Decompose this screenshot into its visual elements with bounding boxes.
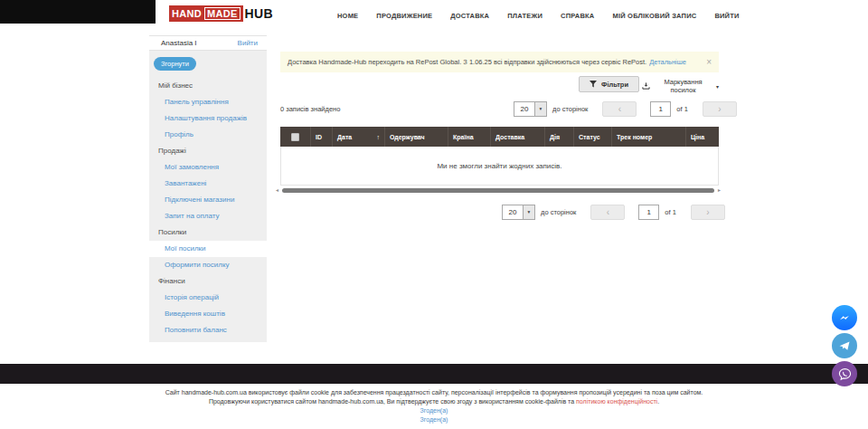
sidebar-item-payment-request[interactable]: Запит на оплату bbox=[149, 208, 267, 224]
sidebar-item-top-up-balance[interactable]: Поповнити баланс bbox=[149, 322, 267, 338]
records-count: 0 записів знайдено bbox=[280, 105, 340, 113]
table-header-cell-price[interactable]: Ціна bbox=[686, 127, 719, 147]
user-row: Anastasia I Вийти bbox=[149, 35, 267, 51]
filters-label: Фільтри bbox=[601, 81, 628, 89]
nav-home[interactable]: HOME bbox=[337, 12, 358, 20]
scroll-left-icon[interactable]: ◄ bbox=[275, 188, 279, 193]
cookie-agree-link-2[interactable]: Згоден(а) bbox=[0, 415, 868, 424]
nav-delivery[interactable]: ДОСТАВКА bbox=[450, 12, 489, 20]
chat-widgets bbox=[832, 305, 857, 386]
sidebar-item-withdraw-funds[interactable]: Виведення коштів bbox=[149, 306, 267, 322]
next-page-button[interactable]: › bbox=[691, 205, 725, 220]
table-header-cell-recipient[interactable]: Одержувач bbox=[385, 127, 448, 147]
footer-black-bar bbox=[0, 364, 868, 384]
page-size-value: 20 bbox=[503, 205, 523, 219]
parcels-toolbar: Фільтри Маркування посилок ▾ bbox=[280, 76, 719, 93]
next-page-button[interactable]: › bbox=[703, 101, 737, 117]
sidebar-item-sales-settings[interactable]: Налаштування продажів bbox=[149, 110, 267, 127]
table-header-cell-action[interactable]: Дія bbox=[545, 127, 574, 147]
nav-payments[interactable]: ПЛАТЕЖИ bbox=[507, 12, 542, 20]
sidebar-section-finances: Фінанси bbox=[149, 273, 267, 290]
cookie-notice-line2-period: . bbox=[657, 398, 659, 405]
date-column-label: Дата bbox=[337, 134, 352, 140]
sidebar-item-dashboard[interactable]: Панель управління bbox=[149, 94, 267, 110]
parcel-marking-button[interactable]: Маркування посилок ▾ bbox=[642, 78, 719, 94]
parcel-marking-label: Маркування посилок bbox=[654, 78, 712, 94]
parcels-table: ID Дата ↑ Одержувач Країна Доставка Дія … bbox=[280, 127, 719, 186]
table-header-cell-id[interactable]: ID bbox=[311, 127, 333, 147]
banner-close-icon[interactable]: × bbox=[706, 58, 712, 67]
cookie-notice-line2: Продовжуючи користуватися сайтом handmad… bbox=[0, 397, 868, 406]
cookie-notice-line2-text: Продовжуючи користуватися сайтом handmad… bbox=[209, 398, 576, 405]
chevron-down-icon: ▾ bbox=[716, 83, 719, 90]
user-name: Anastasia I bbox=[161, 39, 197, 47]
page-size-select[interactable]: 20 ▾ bbox=[514, 101, 547, 117]
banner-text: Доставка Handmade-Hub переходить на RePo… bbox=[288, 58, 646, 66]
handmade-hub-logo[interactable]: HANDMADE HUB bbox=[169, 5, 273, 22]
sidebar-item-my-parcels[interactable]: Мої посилки bbox=[149, 241, 267, 257]
page-size-select[interactable]: 20 ▾ bbox=[502, 205, 535, 220]
main-nav: HOME ПРОДВИЖЕНИЕ ДОСТАВКА ПЛАТЕЖИ СПРАВК… bbox=[337, 0, 740, 31]
logo-text-hand: HAND bbox=[172, 8, 202, 19]
pagination-bottom: 20 ▾ до сторінок ‹ of 1 › bbox=[502, 204, 725, 220]
cookie-agree-link-1[interactable]: Згоден(а) bbox=[0, 406, 868, 415]
filters-button[interactable]: Фільтри bbox=[579, 76, 639, 92]
telegram-icon[interactable] bbox=[832, 333, 857, 358]
top-left-black-region bbox=[0, 0, 156, 24]
messenger-icon[interactable] bbox=[832, 305, 857, 330]
page-of-label: of 1 bbox=[665, 208, 676, 216]
scrollbar-thumb[interactable] bbox=[282, 188, 714, 193]
table-header-row: ID Дата ↑ Одержувач Країна Доставка Дія … bbox=[280, 127, 719, 147]
logo-red-box: HANDMADE bbox=[169, 5, 243, 22]
table-header-cell-track-number[interactable]: Трек номер bbox=[612, 127, 686, 147]
sidebar-item-connected-shops[interactable]: Підключені магазини bbox=[149, 192, 267, 208]
nav-help[interactable]: СПРАВКА bbox=[561, 12, 594, 20]
repost-notification-banner: Доставка Handmade-Hub переходить на RePo… bbox=[280, 52, 719, 72]
table-header-cell-country[interactable]: Країна bbox=[448, 127, 491, 147]
chevron-down-icon: ▾ bbox=[523, 205, 534, 219]
sidebar-item-create-parcel[interactable]: Оформити посилку bbox=[149, 257, 267, 273]
sidebar-section-my-business: Мій бізнес bbox=[149, 78, 267, 94]
sidebar: Згорнути Мій бізнес Панель управління На… bbox=[149, 51, 267, 342]
pagination-top: 20 ▾ до сторінок ‹ of 1 › bbox=[514, 100, 737, 117]
nav-logout[interactable]: ВИЙТИ bbox=[714, 12, 739, 20]
table-header-cell-checkbox bbox=[280, 127, 311, 147]
cookie-notice-line1: Сайт handmade-hub.com.ua використовує фа… bbox=[0, 388, 868, 397]
per-page-label: до сторінок bbox=[541, 208, 576, 216]
sidebar-item-my-orders[interactable]: Мої замовлення bbox=[149, 159, 267, 176]
scroll-right-icon[interactable]: ► bbox=[717, 188, 722, 193]
nav-my-account[interactable]: МІЙ ОБЛІКОВИЙ ЗАПИС bbox=[613, 12, 697, 20]
table-empty-state: Ми не змогли знайти жодних записів. bbox=[280, 147, 719, 186]
sort-asc-icon[interactable]: ↑ bbox=[377, 134, 381, 140]
filter-funnel-icon bbox=[590, 81, 597, 88]
page-number-input[interactable] bbox=[650, 101, 671, 117]
sidebar-logout-link[interactable]: Вийти bbox=[238, 39, 258, 47]
table-header-cell-date[interactable]: Дата ↑ bbox=[333, 127, 385, 147]
prev-page-button[interactable]: ‹ bbox=[590, 205, 625, 220]
table-header-cell-status[interactable]: Статус bbox=[574, 127, 612, 147]
privacy-policy-link[interactable]: політикою конфіденційності bbox=[576, 398, 657, 405]
page-size-value: 20 bbox=[514, 102, 534, 116]
nav-promotion[interactable]: ПРОДВИЖЕНИЕ bbox=[376, 12, 432, 20]
sidebar-item-profile[interactable]: Профіль bbox=[149, 127, 267, 143]
download-tray-icon bbox=[642, 81, 650, 91]
viber-icon[interactable] bbox=[832, 361, 857, 386]
footer: Сайт handmade-hub.com.ua використовує фа… bbox=[0, 384, 868, 424]
collapse-sidebar-button[interactable]: Згорнути bbox=[154, 57, 196, 71]
sidebar-item-uploaded[interactable]: Завантажені bbox=[149, 176, 267, 192]
sidebar-section-parcels: Посилки bbox=[149, 224, 267, 241]
per-page-label: до сторінок bbox=[552, 105, 588, 113]
logo-text-hub: HUB bbox=[245, 6, 273, 21]
chevron-down-icon: ▾ bbox=[534, 102, 546, 116]
banner-details-link[interactable]: Детальніше bbox=[649, 58, 686, 66]
sidebar-section-sales: Продажі bbox=[149, 143, 267, 159]
sidebar-item-transaction-history[interactable]: Історія операцій bbox=[149, 290, 267, 306]
page-of-label: of 1 bbox=[676, 105, 688, 113]
select-all-checkbox[interactable] bbox=[291, 133, 299, 141]
logo-text-made: MADE bbox=[204, 7, 241, 20]
table-header-cell-delivery[interactable]: Доставка bbox=[491, 127, 545, 147]
prev-page-button[interactable]: ‹ bbox=[602, 101, 637, 117]
table-horizontal-scrollbar: ◄ ► bbox=[275, 186, 722, 194]
page-number-input[interactable] bbox=[638, 205, 659, 220]
